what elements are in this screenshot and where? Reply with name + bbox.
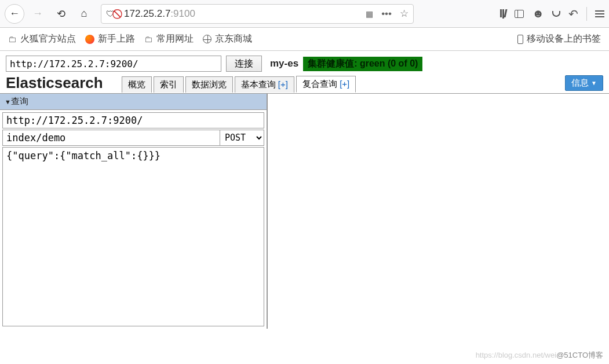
query-panel-header[interactable]: ▼查询 xyxy=(0,94,267,110)
bookmark-getting-started[interactable]: 新手上路 xyxy=(85,33,135,45)
connection-row: 连接 my-es 集群健康值: green (0 of 0) xyxy=(0,51,609,74)
query-method-select[interactable]: POST xyxy=(220,130,264,146)
url-text: 172.25.2.7:9100 xyxy=(124,8,361,20)
bookmark-label: 新手上路 xyxy=(98,33,135,45)
main-split: ▼查询 POST {"query":{"match_all":{}}} xyxy=(0,94,609,329)
bookmarks-bar: 🗀 火狐官方站点 新手上路 🗀 常用网址 京东商城 移动设备上的书签 xyxy=(0,28,609,51)
globe-icon xyxy=(203,35,211,43)
pocket-icon[interactable] xyxy=(552,11,560,17)
elasticsearch-head-app: 连接 my-es 集群健康值: green (0 of 0) Elasticse… xyxy=(0,51,609,329)
reload-button[interactable]: ⟲ xyxy=(51,4,71,24)
tab-compound-query[interactable]: 复合查询 [+] xyxy=(296,76,356,93)
bookmark-label: 火狐官方站点 xyxy=(20,33,76,45)
tab-overview[interactable]: 概览 xyxy=(122,76,152,93)
tab-basic-query[interactable]: 基本查询 [+] xyxy=(235,76,294,93)
home-button[interactable]: ⌂ xyxy=(74,4,94,24)
query-path-input[interactable] xyxy=(2,130,220,146)
watermark: https://blog.csdn.net/wei@51CTO博客 xyxy=(476,350,603,361)
bookmark-firefox-official[interactable]: 🗀 火狐官方站点 xyxy=(8,33,76,45)
folder-icon: 🗀 xyxy=(8,34,17,44)
browser-toolbar: ← → ⟲ ⌂ 🛡 ⃠ 172.25.2.7:9100 ▦ ••• ☆ ☻ ↶ xyxy=(0,0,609,28)
bookmark-label: 常用网址 xyxy=(156,33,194,45)
back-button[interactable]: ← xyxy=(5,4,24,24)
forward-button[interactable]: → xyxy=(28,4,48,24)
shield-icon: 🛡 xyxy=(106,9,115,19)
library-icon[interactable] xyxy=(500,9,506,19)
title-tabs-row: Elasticsearch 概览 索引 数据浏览 基本查询 [+] 复合查询 [… xyxy=(0,74,609,94)
bookmark-common-urls[interactable]: 🗀 常用网址 xyxy=(144,33,194,45)
app-title: Elasticsearch xyxy=(6,74,103,92)
info-dropdown-button[interactable]: 信息▼ xyxy=(565,75,603,91)
qr-icon[interactable]: ▦ xyxy=(366,9,373,19)
toolbar-right-icons: ☻ ↶ xyxy=(500,7,604,21)
undo-icon[interactable]: ↶ xyxy=(568,7,578,21)
connect-url-input[interactable] xyxy=(6,56,221,72)
bookmark-label: 京东商城 xyxy=(215,33,252,45)
divider xyxy=(586,7,587,21)
mobile-icon xyxy=(517,35,523,44)
query-server-input[interactable] xyxy=(2,112,264,128)
more-icon[interactable]: ••• xyxy=(381,8,392,20)
tab-indices[interactable]: 索引 xyxy=(154,76,184,93)
query-panel-body: POST {"query":{"match_all":{}}} xyxy=(0,110,267,329)
star-icon[interactable]: ☆ xyxy=(400,8,409,20)
cluster-health-badge: 集群健康值: green (0 of 0) xyxy=(303,57,422,71)
query-body-textarea[interactable]: {"query":{"match_all":{}}} xyxy=(2,147,264,326)
account-icon[interactable]: ☻ xyxy=(532,7,544,20)
cluster-name: my-es xyxy=(270,58,298,69)
triangle-down-icon: ▼ xyxy=(5,98,11,105)
query-path-row: POST xyxy=(2,130,264,146)
url-bar[interactable]: 🛡 ⃠ 172.25.2.7:9100 ▦ ••• ☆ xyxy=(101,4,414,24)
connect-button[interactable]: 连接 xyxy=(226,56,262,72)
result-panel xyxy=(268,94,609,329)
sidebar-icon[interactable] xyxy=(515,10,524,18)
menu-icon[interactable] xyxy=(595,10,604,17)
bookmark-label: 移动设备上的书签 xyxy=(527,33,601,45)
query-panel: ▼查询 POST {"query":{"match_all":{}}} xyxy=(0,94,268,329)
chevron-down-icon: ▼ xyxy=(591,80,597,86)
tab-browser[interactable]: 数据浏览 xyxy=(185,76,233,93)
firefox-icon xyxy=(85,35,94,44)
bookmark-mobile[interactable]: 移动设备上的书签 xyxy=(517,33,601,45)
url-right-icons: ▦ ••• ☆ xyxy=(366,8,409,20)
bookmark-jd-mall[interactable]: 京东商城 xyxy=(203,33,252,45)
folder-icon: 🗀 xyxy=(144,34,153,44)
